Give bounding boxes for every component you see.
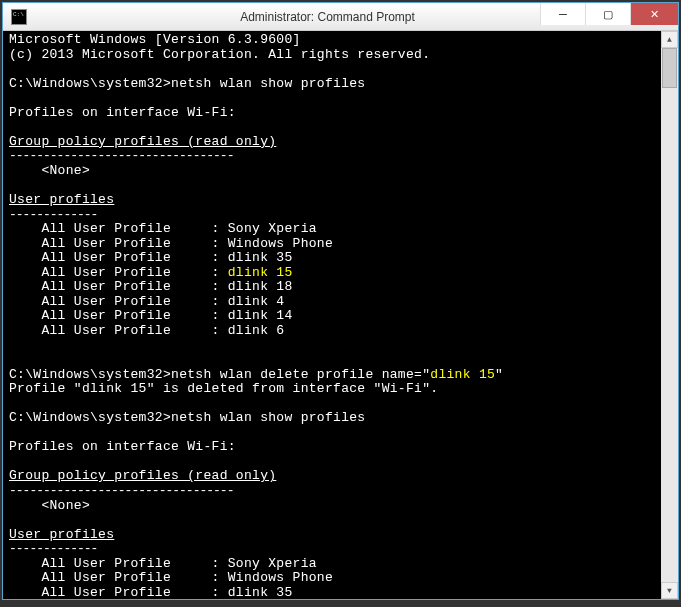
titlebar[interactable]: Administrator: Command Prompt ─ ▢ ✕ [3,3,678,31]
scroll-track[interactable] [661,48,678,582]
vertical-scrollbar[interactable]: ▲ ▼ [661,31,678,599]
prompt: C:\Windows\system32> [9,410,171,425]
profile-row: All User Profile : Windows Phone [9,570,333,585]
os-version: Microsoft Windows [Version 6.3.9600] [9,32,301,47]
highlighted-profile: dlink 15 [228,265,293,280]
divider: ------------- [9,207,97,222]
command: " [495,367,503,382]
terminal-output[interactable]: Microsoft Windows [Version 6.3.9600] (c)… [3,31,661,599]
profile-row: All User Profile : Sony Xperia [9,221,317,236]
group-title: Group policy profiles (read only) [9,468,276,483]
command-arg: dlink 15 [430,367,495,382]
maximize-button[interactable]: ▢ [585,3,630,25]
copyright: (c) 2013 Microsoft Corporation. All righ… [9,47,430,62]
scroll-thumb[interactable] [662,48,677,88]
app-icon [11,9,27,25]
window-controls: ─ ▢ ✕ [540,3,678,30]
scroll-down-button[interactable]: ▼ [661,582,678,599]
none-item: <None> [9,163,90,178]
section-header: Profiles on interface Wi-Fi: [9,439,236,454]
divider: --------------------------------- [9,483,233,498]
divider: ------------- [9,541,97,556]
command-prompt-window: Administrator: Command Prompt ─ ▢ ✕ Micr… [2,2,679,600]
group-title: Group policy profiles (read only) [9,134,276,149]
prompt: C:\Windows\system32> [9,367,171,382]
profile-row: All User Profile : dlink 35 [9,585,293,599]
profile-row: All User Profile : Windows Phone [9,236,333,251]
profile-row: All User Profile : dlink 6 [9,323,284,338]
user-title: User profiles [9,527,114,542]
none-item: <None> [9,498,90,513]
prompt: C:\Windows\system32> [9,76,171,91]
profile-row: All User Profile : dlink 18 [9,279,293,294]
user-title: User profiles [9,192,114,207]
terminal-area: Microsoft Windows [Version 6.3.9600] (c)… [3,31,678,599]
profile-row: All User Profile : Sony Xperia [9,556,317,571]
command: netsh wlan delete profile name=" [171,367,430,382]
minimize-button[interactable]: ─ [540,3,585,25]
result-line: Profile "dlink 15" is deleted from inter… [9,381,438,396]
profile-row: All User Profile : dlink 14 [9,308,293,323]
command: netsh wlan show profiles [171,76,365,91]
profile-row: All User Profile : dlink 35 [9,250,293,265]
profile-row: All User Profile : dlink 4 [9,294,284,309]
divider: --------------------------------- [9,148,233,163]
section-header: Profiles on interface Wi-Fi: [9,105,236,120]
command: netsh wlan show profiles [171,410,365,425]
close-button[interactable]: ✕ [630,3,678,25]
scroll-up-button[interactable]: ▲ [661,31,678,48]
profile-row: All User Profile : [9,265,228,280]
